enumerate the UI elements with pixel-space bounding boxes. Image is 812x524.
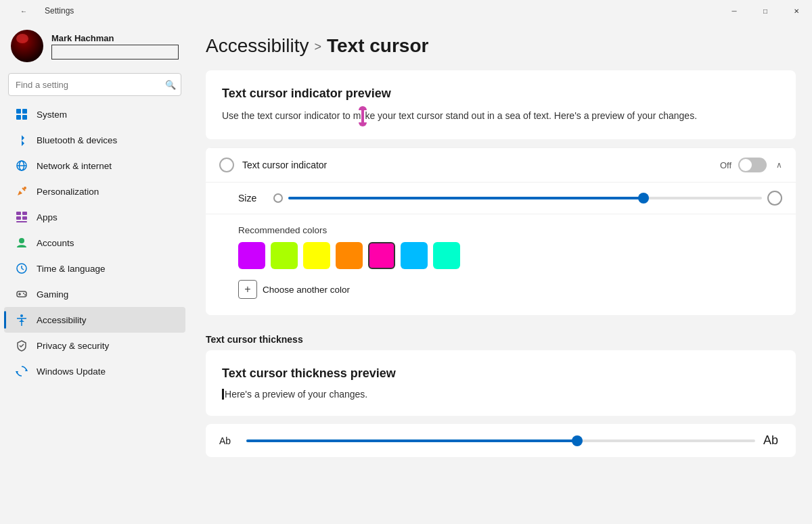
color-swatch-0[interactable] xyxy=(238,242,265,269)
toggle-right: Off ∧ xyxy=(720,158,782,172)
svg-rect-13 xyxy=(16,221,27,222)
breadcrumb: Accessibility > Text cursor xyxy=(206,35,796,57)
svg-point-14 xyxy=(19,238,24,243)
plus-icon: + xyxy=(238,280,257,299)
privacy-icon xyxy=(15,339,28,352)
sidebar-item-time[interactable]: Time & language xyxy=(4,256,185,281)
sidebar-item-label: Time & language xyxy=(37,264,106,274)
thickness-preview-title: Text cursor thickness preview xyxy=(222,366,780,381)
maximize-icon: □ xyxy=(763,7,767,15)
svg-rect-0 xyxy=(16,109,21,114)
breadcrumb-parent[interactable]: Accessibility xyxy=(206,35,309,57)
breadcrumb-current: Text cursor xyxy=(327,35,428,57)
svg-rect-10 xyxy=(22,212,27,215)
window-controls: ─ □ ✕ xyxy=(719,0,812,22)
size-small-icon xyxy=(273,193,283,203)
minimize-icon: ─ xyxy=(731,7,736,15)
sidebar-item-system[interactable]: System xyxy=(4,101,185,127)
size-slider-track xyxy=(288,197,762,199)
choose-color-button[interactable]: + Choose another color xyxy=(238,277,350,302)
search-box: 🔍 xyxy=(8,73,181,96)
cursor-indicator-card: Text cursor indicator Off ∧ Size xyxy=(206,147,796,315)
thickness-preview-text: Here's a preview of your changes. xyxy=(222,389,780,400)
search-icon: 🔍 xyxy=(165,80,176,90)
ab-label-small: Ab xyxy=(219,435,238,446)
svg-line-17 xyxy=(22,268,24,270)
sidebar-item-update[interactable]: Windows Update xyxy=(4,358,185,384)
titlebar-title: Settings xyxy=(45,6,74,16)
sidebar-item-gaming[interactable]: Gaming xyxy=(4,281,185,307)
size-slider-thumb[interactable] xyxy=(638,193,649,204)
sidebar-item-label: Windows Update xyxy=(37,366,106,377)
ab-label-large: Ab xyxy=(763,433,782,448)
apps-icon xyxy=(15,210,28,224)
sidebar: Mark Hachman 🔍 System Bluetooth & device… xyxy=(0,22,189,524)
color-swatch-1[interactable] xyxy=(271,242,298,269)
choose-color-label: Choose another color xyxy=(263,285,350,295)
svg-point-22 xyxy=(24,294,26,295)
color-swatch-3[interactable] xyxy=(336,242,363,269)
svg-rect-3 xyxy=(22,115,27,120)
sidebar-item-label: Accessibility xyxy=(37,315,87,325)
sidebar-item-label: Apps xyxy=(37,212,58,222)
indicator-preview-text: Use the text cursor indicator to mke you… xyxy=(222,109,780,123)
svg-rect-2 xyxy=(16,115,21,120)
sidebar-item-network[interactable]: Network & internet xyxy=(4,153,185,178)
thick-cursor-preview: H xyxy=(222,389,231,400)
cursor-indicator-preview xyxy=(361,110,364,122)
cursor-indicator-status: Off xyxy=(720,160,731,170)
sidebar-item-apps[interactable]: Apps xyxy=(4,204,185,230)
color-swatch-2[interactable] xyxy=(303,242,330,269)
update-icon xyxy=(15,364,28,378)
size-slider-fill xyxy=(288,197,644,199)
sidebar-item-label: Privacy & security xyxy=(37,341,109,351)
svg-rect-11 xyxy=(16,216,21,220)
user-section: Mark Hachman xyxy=(0,22,189,73)
accessibility-icon xyxy=(15,313,28,327)
svg-rect-1 xyxy=(22,109,27,114)
minimize-button[interactable]: ─ xyxy=(719,0,750,22)
bluetooth-icon xyxy=(15,133,28,147)
thickness-slider-thumb[interactable] xyxy=(572,435,583,446)
search-input[interactable] xyxy=(8,73,181,96)
network-icon xyxy=(15,159,28,172)
color-swatch-4[interactable] xyxy=(368,242,395,269)
size-slider-row: Size xyxy=(206,182,796,214)
cursor-circle-icon xyxy=(219,158,234,172)
recommended-colors-label: Recommended colors xyxy=(238,225,782,235)
sidebar-item-personalization[interactable]: Personalization xyxy=(4,178,185,204)
svg-point-8 xyxy=(24,187,26,189)
sidebar-item-accounts[interactable]: Accounts xyxy=(4,230,185,256)
cursor-indicator-toggle[interactable] xyxy=(738,158,767,172)
svg-point-23 xyxy=(20,314,23,317)
time-icon xyxy=(15,262,28,275)
content-area: Accessibility > Text cursor Text cursor … xyxy=(189,22,812,524)
sidebar-item-label: Bluetooth & devices xyxy=(37,135,117,145)
avatar[interactable] xyxy=(11,30,43,62)
titlebar: ← Settings ─ □ ✕ xyxy=(0,0,812,22)
thickness-slider-fill xyxy=(246,439,577,442)
user-name: Mark Hachman xyxy=(51,33,179,43)
size-large-icon xyxy=(767,191,782,206)
close-button[interactable]: ✕ xyxy=(781,0,812,22)
color-swatch-5[interactable] xyxy=(401,242,428,269)
thickness-preview-card: Text cursor thickness preview Here's a p… xyxy=(206,350,796,416)
back-button[interactable]: ← xyxy=(8,0,39,22)
sidebar-item-bluetooth[interactable]: Bluetooth & devices xyxy=(4,127,185,153)
personalization-icon xyxy=(15,185,28,198)
system-icon xyxy=(15,108,28,121)
svg-point-21 xyxy=(23,293,24,294)
app-layout: Mark Hachman 🔍 System Bluetooth & device… xyxy=(0,22,812,524)
user-name-underline[interactable] xyxy=(51,45,179,59)
color-swatch-6[interactable] xyxy=(433,242,460,269)
cursor-indicator-label: Text cursor indicator xyxy=(242,160,327,170)
sidebar-item-accessibility[interactable]: Accessibility xyxy=(4,307,185,333)
maximize-button[interactable]: □ xyxy=(750,0,781,22)
chevron-up-icon: ∧ xyxy=(776,160,782,170)
thickness-slider-row: Ab Ab xyxy=(206,424,796,457)
size-slider-container xyxy=(273,191,782,206)
sidebar-item-label: Network & internet xyxy=(37,161,112,171)
breadcrumb-separator: > xyxy=(314,40,321,54)
sidebar-item-privacy[interactable]: Privacy & security xyxy=(4,333,185,358)
cursor-indicator-toggle-row[interactable]: Text cursor indicator Off ∧ xyxy=(206,147,796,182)
